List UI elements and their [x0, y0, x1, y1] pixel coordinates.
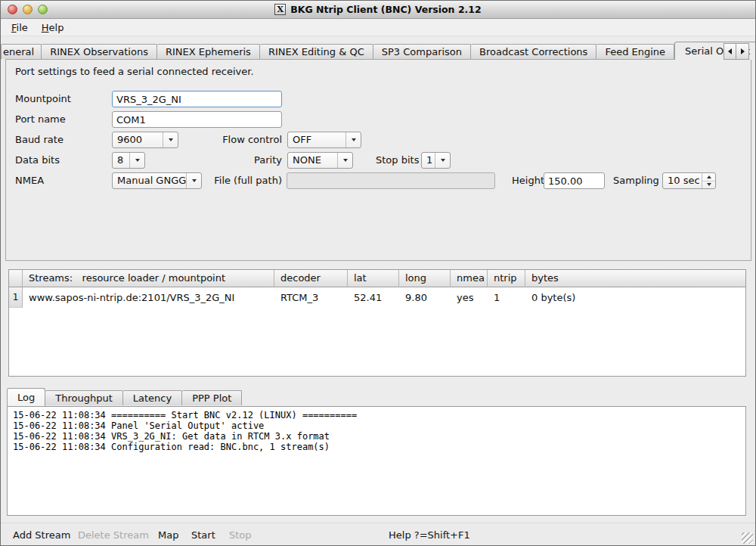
- menu-help[interactable]: Help: [35, 20, 71, 35]
- chevron-down-icon: [343, 159, 348, 162]
- data-bits-label: Data bits: [15, 152, 60, 169]
- arrow-down-icon: [707, 183, 711, 186]
- panel-tab-bar: eneral RINEX Observations RINEX Ephemeri…: [1, 42, 756, 60]
- log-line: 15-06-22 11:08:34 ========== Start BNC v…: [13, 410, 740, 420]
- tab-log[interactable]: Log: [7, 388, 45, 406]
- nmea-label: NMEA: [15, 172, 44, 189]
- tab-scroll-buttons: [723, 43, 749, 60]
- stop-button: Stop: [229, 529, 252, 541]
- baud-rate-label: Baud rate: [15, 132, 64, 148]
- log-line: 15-06-22 11:08:34 Configuration read: BN…: [13, 442, 740, 452]
- height-input[interactable]: [544, 172, 605, 189]
- header-lat[interactable]: lat: [348, 270, 399, 287]
- stop-bits-label: Stop bits: [376, 152, 419, 169]
- row-number: 1: [9, 287, 23, 308]
- tab-sp3-comparison[interactable]: SP3 Comparison: [373, 44, 471, 59]
- title-wrap: X BKG Ntrip Client (BNC) Version 2.12: [1, 1, 755, 18]
- tab-general-partial[interactable]: eneral: [1, 44, 42, 59]
- bnc-window: X BKG Ntrip Client (BNC) Version 2.12 Fi…: [0, 0, 756, 546]
- arrow-up-icon: [707, 175, 711, 178]
- chevron-down-icon: [352, 138, 356, 141]
- arrow-right-icon: [741, 48, 745, 54]
- streams-table-header: Streams: resource loader / mountpoint de…: [9, 270, 745, 287]
- arrow-left-icon: [728, 48, 732, 54]
- header-ntrip[interactable]: ntrip: [488, 270, 525, 287]
- cell-mountpoint: www.sapos-ni-ntrip.de:2101/VRS_3_2G_NI: [23, 287, 274, 308]
- tab-ppp-plot[interactable]: PPP Plot: [182, 390, 242, 405]
- log-line: 15-06-22 11:08:34 VRS_3_2G_NI: Get data …: [13, 431, 740, 442]
- tab-rinex-observations[interactable]: RINEX Observations: [42, 44, 157, 59]
- cell-ntrip: 1: [488, 287, 525, 308]
- header-bytes[interactable]: bytes: [525, 270, 745, 287]
- map-button[interactable]: Map: [158, 529, 178, 541]
- menu-bar: File Help: [1, 19, 755, 36]
- log-output: 15-06-22 11:08:34 ========== Start BNC v…: [7, 406, 746, 516]
- panel-description: Port settings to feed a serial connected…: [15, 66, 254, 77]
- title-bar[interactable]: X BKG Ntrip Client (BNC) Version 2.12: [1, 1, 755, 19]
- file-path-label: File (full path): [157, 172, 282, 189]
- stop-bits-select[interactable]: 1: [421, 152, 451, 169]
- x11-app-icon: X: [274, 4, 286, 15]
- tab-latency[interactable]: Latency: [123, 390, 182, 405]
- parity-select[interactable]: NONE: [287, 152, 353, 169]
- log-line: 15-06-22 11:08:34 Panel 'Serial Output' …: [13, 420, 740, 431]
- mountpoint-label: Mountpoint: [15, 91, 71, 107]
- data-bits-select[interactable]: 8: [112, 152, 145, 169]
- cell-lat: 52.41: [348, 287, 399, 308]
- parity-label: Parity: [157, 152, 282, 169]
- menu-file[interactable]: File: [5, 20, 35, 35]
- cell-long: 9.80: [399, 287, 451, 308]
- tab-scroll-right-button[interactable]: [736, 43, 749, 60]
- chevron-down-icon: [441, 159, 445, 162]
- sampling-spinbox[interactable]: 10 sec: [662, 172, 716, 189]
- streams-table: Streams: resource loader / mountpoint de…: [8, 269, 746, 377]
- table-row[interactable]: 1 www.sapos-ni-ntrip.de:2101/VRS_3_2G_NI…: [9, 287, 745, 308]
- flow-control-label: Flow control: [157, 132, 282, 148]
- resize-grip[interactable]: [742, 532, 753, 544]
- monitor-tab-bar: Log Throughput Latency PPP Plot: [7, 388, 242, 406]
- header-nmea[interactable]: nmea: [451, 270, 488, 287]
- file-path-input: [287, 172, 495, 189]
- height-label: Height: [512, 172, 544, 189]
- header-decoder[interactable]: decoder: [274, 270, 348, 287]
- serial-output-panel: Port settings to feed a serial connected…: [5, 59, 751, 261]
- header-streams[interactable]: Streams: resource loader / mountpoint: [23, 270, 274, 287]
- delete-stream-button: Delete Stream: [78, 529, 149, 541]
- tab-scroll-left-button[interactable]: [723, 43, 736, 60]
- cell-bytes: 0 byte(s): [525, 287, 745, 308]
- flow-control-select[interactable]: OFF: [287, 132, 361, 148]
- header-corner-cell: [9, 270, 23, 287]
- sampling-label: Sampling: [613, 172, 659, 189]
- status-bar: Add Stream Delete Stream Map Start Stop …: [1, 523, 755, 546]
- add-stream-button[interactable]: Add Stream: [13, 529, 70, 541]
- mountpoint-input[interactable]: [112, 91, 282, 107]
- port-name-label: Port name: [15, 111, 66, 128]
- tab-rinex-ephemeris[interactable]: RINEX Ephemeris: [157, 44, 260, 59]
- cell-nmea: yes: [451, 287, 488, 308]
- header-long[interactable]: long: [399, 270, 451, 287]
- cell-decoder: RTCM_3: [274, 287, 348, 308]
- tab-rinex-editing-qc[interactable]: RINEX Editing & QC: [260, 44, 373, 59]
- chevron-down-icon: [135, 159, 140, 162]
- port-name-input[interactable]: [112, 111, 282, 128]
- help-shortcut-hint: Help ?=Shift+F1: [389, 529, 470, 541]
- tab-broadcast-corrections[interactable]: Broadcast Corrections: [471, 44, 596, 59]
- tab-throughput[interactable]: Throughput: [45, 390, 123, 405]
- spin-up-button[interactable]: [702, 173, 715, 181]
- tab-feed-engine[interactable]: Feed Engine: [596, 44, 674, 59]
- start-button[interactable]: Start: [191, 529, 215, 541]
- window-title: BKG Ntrip Client (BNC) Version 2.12: [290, 4, 481, 15]
- spin-down-button[interactable]: [702, 181, 715, 189]
